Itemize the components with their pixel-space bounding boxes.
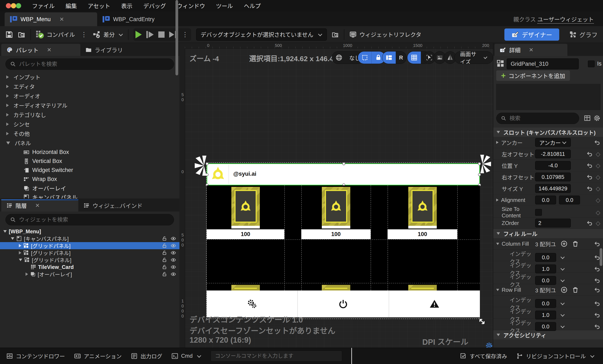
close-icon[interactable]: ✕ xyxy=(529,47,533,53)
index-value-field[interactable]: 0.0 xyxy=(535,299,556,308)
resize-handle-icon[interactable] xyxy=(478,317,486,326)
warning-button[interactable] xyxy=(389,291,480,317)
tab-wbp-cardentry[interactable]: WBP_CardEntry xyxy=(97,12,160,26)
parent-class-link[interactable]: ユーザーウィジェット xyxy=(537,17,594,24)
widget-design-surface[interactable]: @syui.ai 100 xyxy=(206,162,479,319)
card-entry-row2[interactable] xyxy=(231,285,260,291)
eye-icon[interactable] xyxy=(171,236,176,241)
reset-icon[interactable] xyxy=(594,266,600,272)
menu-view[interactable]: 表示 xyxy=(121,2,132,10)
output-log-button[interactable]: 出力ログ xyxy=(131,352,162,360)
palette-category-uncategorized[interactable]: カテゴリなし xyxy=(0,110,179,119)
add-element-icon[interactable] xyxy=(561,240,568,247)
lock-icon[interactable] xyxy=(162,250,167,256)
lock-icon[interactable] xyxy=(162,264,167,270)
section-slot[interactable]: スロット (キャンバスパネルスロット) xyxy=(493,128,603,137)
palette-item-widget-switcher[interactable]: Widget Switcher xyxy=(0,166,179,175)
bind-diamond-icon[interactable]: ◇ xyxy=(596,220,600,227)
reset-icon[interactable] xyxy=(594,254,600,260)
palette-item-horizontal-box[interactable]: Horizontal Box xyxy=(0,148,179,157)
palette-scrollbar[interactable] xyxy=(175,0,178,75)
card-entry-row2[interactable] xyxy=(322,285,350,291)
palette-category-other[interactable]: その他 xyxy=(0,129,179,138)
bind-diamond-icon[interactable]: ◇ xyxy=(596,197,600,204)
reset-icon[interactable] xyxy=(586,151,593,157)
reset-icon[interactable] xyxy=(594,323,600,330)
maximize-traffic-light[interactable] xyxy=(16,3,21,8)
selected-grid-panel-header[interactable]: @syui.ai xyxy=(207,163,480,185)
console-command-input[interactable] xyxy=(215,353,338,359)
tab-widget-bind[interactable]: ウィジェ...バインド xyxy=(78,200,148,211)
tree-row-grid-panel-3[interactable]: [グリッドパネル] xyxy=(0,256,179,263)
size-to-content-checkbox[interactable] xyxy=(535,209,542,216)
reset-icon[interactable] xyxy=(586,185,593,192)
close-icon[interactable]: ✕ xyxy=(47,47,51,53)
chevron-down-icon[interactable] xyxy=(560,278,565,282)
close-icon[interactable]: ✕ xyxy=(35,202,40,209)
tab-hierarchy[interactable]: 階層 ✕ xyxy=(1,200,78,211)
stop-button[interactable] xyxy=(158,31,164,38)
collapse-icon[interactable] xyxy=(496,289,499,291)
tree-row-wbp-menu[interactable]: [WBP_Menu] xyxy=(0,228,179,235)
graph-mode-button[interactable]: グラフ xyxy=(569,30,598,39)
add-element-icon[interactable] xyxy=(561,286,568,293)
play-button[interactable] xyxy=(136,31,142,38)
compile-options-icon[interactable]: ⋮ xyxy=(80,31,88,38)
hierarchy-search-input[interactable] xyxy=(19,216,169,223)
palette-category-audio[interactable]: オーディオ xyxy=(0,91,179,101)
settings-gear-icon[interactable] xyxy=(593,115,601,122)
card-entry[interactable] xyxy=(322,187,350,226)
respect-locks-button[interactable]: R xyxy=(396,51,406,64)
tree-row-grid-panel-selected[interactable]: [グリッドパネル] xyxy=(0,242,179,249)
palette-category-audiomaterial[interactable]: オーディオマテリアル xyxy=(0,101,179,110)
selection-handle[interactable] xyxy=(342,162,345,165)
settings-button[interactable] xyxy=(207,291,298,317)
palette-item-vertical-box[interactable]: Vertical Box xyxy=(0,157,179,166)
tree-row-grid-panel-2[interactable]: [グリッドパネル] xyxy=(0,249,179,256)
expand-icon[interactable] xyxy=(496,199,499,201)
palette-category-input[interactable]: インプット xyxy=(0,72,179,82)
hierarchy-search[interactable] xyxy=(5,214,174,225)
bind-diamond-icon[interactable]: ◇ xyxy=(596,174,600,181)
compile-button[interactable]: コンパイル xyxy=(36,30,75,39)
trash-icon[interactable] xyxy=(572,240,579,247)
chevron-down-icon[interactable] xyxy=(560,255,565,259)
bind-diamond-icon[interactable]: ◇ xyxy=(596,151,600,157)
revision-control-button[interactable]: リビジョンコントロール xyxy=(516,352,595,360)
minimize-traffic-light[interactable] xyxy=(11,3,16,8)
palette-search[interactable] xyxy=(5,59,174,70)
lock-icon[interactable] xyxy=(162,257,167,263)
layout-toggle[interactable] xyxy=(382,51,396,64)
menu-asset[interactable]: アセット xyxy=(88,2,110,10)
globe-icon[interactable] xyxy=(332,51,346,64)
lock-icon[interactable] xyxy=(162,271,167,277)
tileview-card[interactable]: 100 100 100 xyxy=(207,185,480,317)
tree-row-tileview-card[interactable]: TileView_Card xyxy=(0,263,179,270)
chevron-down-icon[interactable] xyxy=(560,324,565,328)
dpi-settings-gear-icon[interactable] xyxy=(485,341,493,348)
menu-tools[interactable]: ツール xyxy=(216,2,233,10)
palette-category-panel[interactable]: パネル xyxy=(0,138,179,148)
expand-icon[interactable] xyxy=(496,141,499,144)
anchor-dropdown[interactable]: アンカー xyxy=(535,138,571,147)
eye-icon[interactable] xyxy=(171,257,176,263)
reset-icon[interactable] xyxy=(594,287,600,293)
alignment-y-field[interactable]: 0.0 xyxy=(559,196,580,204)
chevron-down-icon[interactable] xyxy=(560,313,565,317)
animation-button[interactable]: アニメーション xyxy=(74,352,122,360)
bind-diamond-icon[interactable]: ◇ xyxy=(596,185,600,192)
position-y-field[interactable]: -4.0 xyxy=(535,161,571,170)
menu-window[interactable]: ウィンドウ xyxy=(177,2,205,10)
tab-wbp-menu[interactable]: WBP_Menu ✕ xyxy=(5,12,97,26)
browse-debug-button[interactable] xyxy=(332,31,339,38)
widget-name-input[interactable] xyxy=(507,61,579,67)
reset-icon[interactable] xyxy=(586,220,593,226)
card-entry-row2[interactable] xyxy=(408,285,437,291)
offset-left-field[interactable]: -2.810811 xyxy=(535,150,571,158)
zorder-field[interactable]: 2 xyxy=(535,219,571,227)
reset-icon[interactable] xyxy=(594,277,600,283)
save-button[interactable] xyxy=(5,31,13,38)
tile-column-1[interactable]: 100 xyxy=(207,185,284,291)
chevron-down-icon[interactable] xyxy=(560,301,565,305)
offset-right-field[interactable]: 0.107985 xyxy=(535,173,571,181)
